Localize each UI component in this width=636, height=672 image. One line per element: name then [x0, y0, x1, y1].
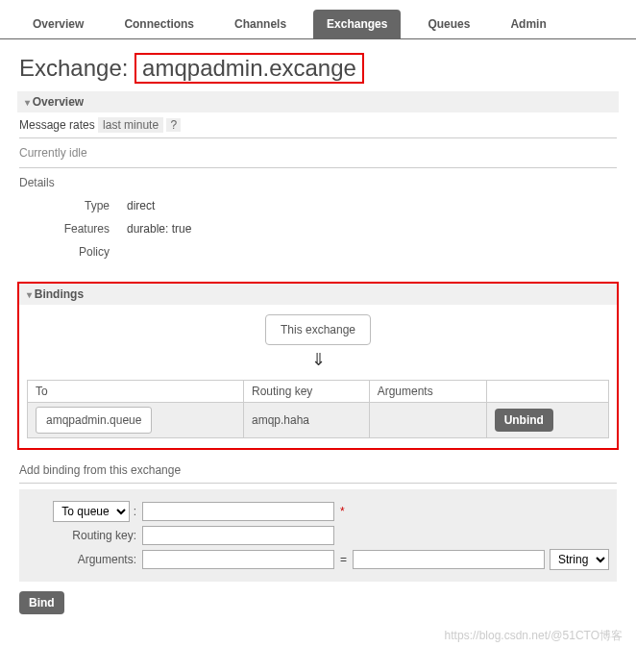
watermark-text: https://blog.csdn.net/@51CTO博客 [0, 622, 636, 648]
bindings-section: Bindings This exchange ⇓ To Routing key … [17, 282, 619, 450]
bind-button[interactable]: Bind [19, 591, 64, 614]
col-to: To [28, 381, 244, 403]
policy-label: Policy [21, 241, 117, 262]
help-icon[interactable]: ? [166, 118, 181, 132]
tab-connections[interactable]: Connections [110, 10, 208, 38]
page-title: Exchange: amqpadmin.excange [19, 53, 636, 84]
arrow-down-icon: ⇓ [19, 349, 617, 370]
dest-label: To queue : [27, 501, 142, 522]
col-arguments: Arguments [369, 381, 486, 403]
binding-to-queue[interactable]: amqpadmin.queue [36, 407, 152, 434]
tab-channels[interactable]: Channels [221, 10, 300, 38]
exchange-name: amqpadmin.excange [135, 53, 364, 84]
arg-value-input[interactable] [353, 550, 545, 569]
dest-name-input[interactable] [142, 502, 334, 521]
arg-key-input[interactable] [142, 550, 334, 569]
col-action [486, 381, 608, 403]
unbind-button[interactable]: Unbind [495, 409, 553, 432]
policy-value [119, 241, 199, 262]
required-marker: * [340, 505, 345, 518]
add-binding-form: To queue : * Routing key: Arguments: = S… [19, 489, 617, 582]
divider [19, 483, 617, 484]
tab-admin[interactable]: Admin [497, 10, 559, 38]
binding-arguments [369, 403, 486, 438]
dest-type-select[interactable]: To queue [53, 501, 130, 522]
divider [19, 137, 617, 138]
type-value: direct [119, 195, 199, 216]
col-routing-key: Routing key [244, 381, 370, 403]
features-value: durable: true [119, 218, 199, 239]
arguments-label: Arguments: [27, 553, 142, 566]
routing-key-label: Routing key: [27, 529, 142, 542]
tab-exchanges[interactable]: Exchanges [313, 10, 401, 38]
binding-routing-key: amqp.haha [244, 403, 370, 438]
section-bindings-header[interactable]: Bindings [19, 284, 617, 305]
tab-bar: Overview Connections Channels Exchanges … [0, 0, 636, 39]
tab-overview[interactable]: Overview [19, 10, 97, 38]
bindings-table: To Routing key Arguments amqpadmin.queue… [27, 380, 609, 438]
divider [19, 167, 617, 168]
type-label: Type [21, 195, 117, 216]
details-table: Type direct Features durable: true Polic… [19, 193, 201, 264]
title-prefix: Exchange: [19, 55, 135, 81]
routing-key-input[interactable] [142, 526, 334, 545]
this-exchange-box: This exchange [265, 314, 371, 345]
features-label: Features [21, 218, 117, 239]
section-overview-header[interactable]: Overview [17, 91, 619, 112]
details-label: Details [19, 176, 617, 189]
message-rates-line: Message rates last minute ? [19, 118, 617, 132]
arg-type-select[interactable]: String [550, 549, 609, 570]
idle-status: Currently idle [19, 146, 617, 160]
equals-sign: = [334, 553, 353, 566]
add-binding-heading: Add binding from this exchange [19, 463, 617, 477]
message-rates-label: Message rates [19, 118, 95, 132]
message-rates-period[interactable]: last minute [98, 117, 163, 133]
table-row: amqpadmin.queue amqp.haha Unbind [28, 403, 609, 438]
tab-queues[interactable]: Queues [414, 10, 483, 38]
